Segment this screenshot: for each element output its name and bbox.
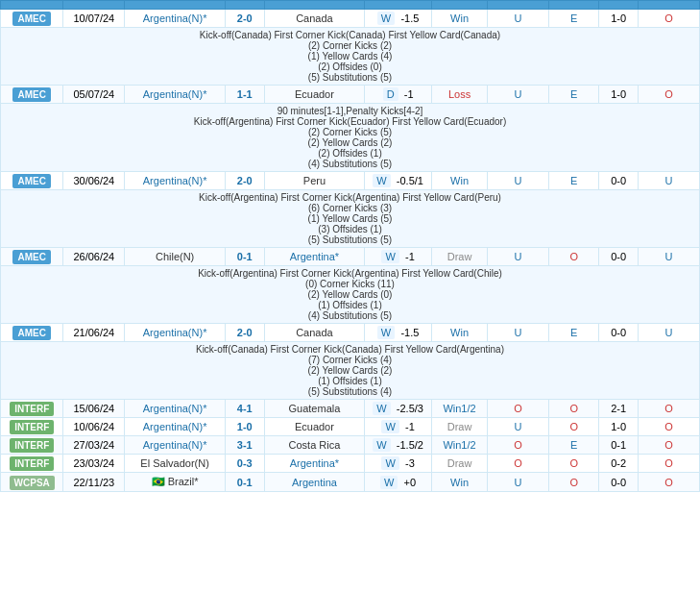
wdl-badge: W bbox=[381, 420, 398, 433]
odds-cell: Win bbox=[431, 10, 487, 28]
over-2-5-cell: U bbox=[488, 248, 549, 266]
ht-cell: 2-1 bbox=[599, 400, 639, 418]
match-badge-cell: INTERF bbox=[1, 436, 63, 455]
handicap-value: -1 bbox=[405, 251, 415, 262]
match-badge-cell: AMEC bbox=[1, 324, 63, 342]
ht-cell: 0-0 bbox=[599, 172, 639, 190]
detail-row: Kick-off(Canada) First Corner Kick(Canad… bbox=[1, 342, 700, 400]
odds-cell: Draw bbox=[431, 248, 487, 266]
result-cell: 1-0 bbox=[225, 418, 264, 436]
over-0-75-cell: O bbox=[639, 418, 700, 436]
wdl-badge: W bbox=[373, 402, 390, 415]
team2-cell: Peru bbox=[264, 172, 365, 190]
match-badge-cell: AMEC bbox=[1, 86, 63, 104]
detail-line: (0) Corner Kicks (11) bbox=[5, 279, 695, 289]
ht-cell: 0-0 bbox=[599, 324, 639, 342]
over-2-5-cell: U bbox=[488, 10, 549, 28]
detail-line: Kick-off(Argentina) First Corner Kick(Ar… bbox=[5, 268, 695, 279]
header-odds bbox=[431, 1, 487, 10]
detail-line: (4) Substitutions (5) bbox=[5, 310, 695, 321]
handicap-cell: W -2.5/3 bbox=[365, 400, 432, 418]
wdl-badge: W bbox=[380, 476, 398, 489]
detail-cell: 90 minutes[1-1],Penalty Kicks[4-2]Kick-o… bbox=[1, 104, 700, 172]
result-cell: 0-1 bbox=[225, 248, 264, 266]
odds-cell: Loss bbox=[431, 86, 487, 104]
matches-table: AMEC 10/07/24 Argentina(N)* 2-0 Canada W… bbox=[0, 0, 700, 492]
match-badge-cell: AMEC bbox=[1, 248, 63, 266]
ht-cell: 0-0 bbox=[599, 473, 639, 492]
odd-even-cell: O bbox=[549, 400, 599, 418]
handicap-cell: D -1 bbox=[365, 86, 432, 104]
table-row: INTERF 27/03/24 Argentina(N)* 3-1 Costa … bbox=[1, 436, 700, 455]
handicap-value: -3 bbox=[405, 457, 415, 469]
odd-even-cell: E bbox=[549, 86, 599, 104]
detail-line: (2) Corner Kicks (2) bbox=[5, 40, 695, 51]
handicap-cell: W -1.5/2 bbox=[365, 436, 432, 455]
over-2-5-cell: O bbox=[488, 436, 549, 455]
detail-row: Kick-off(Canada) First Corner Kick(Canad… bbox=[1, 28, 700, 86]
handicap-cell: W -1 bbox=[365, 418, 432, 436]
team1-cell: Argentina(N)* bbox=[125, 418, 226, 436]
handicap-cell: W +0 bbox=[365, 473, 432, 492]
over-2-5-cell: O bbox=[488, 400, 549, 418]
odd-even-cell: E bbox=[549, 436, 599, 455]
odd-even-cell: O bbox=[549, 248, 599, 266]
table-row: WCPSA 22/11/23 🇧🇷 Brazil* 0-1 Argentina … bbox=[1, 473, 700, 492]
detail-row: Kick-off(Argentina) First Corner Kick(Ar… bbox=[1, 190, 700, 248]
date-cell: 30/06/24 bbox=[63, 172, 125, 190]
handicap-value: +0 bbox=[404, 477, 417, 488]
over-0-75-cell: U bbox=[639, 248, 700, 266]
detail-line: Kick-off(Argentina) First Corner Kick(Ar… bbox=[5, 192, 695, 203]
result-cell: 2-0 bbox=[225, 324, 264, 342]
wdl-badge: D bbox=[383, 87, 398, 101]
odd-even-cell: O bbox=[549, 473, 599, 492]
handicap-value: -1.5 bbox=[400, 327, 419, 338]
wdl-badge: W bbox=[373, 174, 390, 187]
odd-even-cell: E bbox=[549, 324, 599, 342]
over-2-5-cell: U bbox=[488, 418, 549, 436]
ht-cell: 1-0 bbox=[599, 10, 639, 28]
team2-cell: Guatemala bbox=[264, 400, 365, 418]
team2-cell: Argentina* bbox=[264, 455, 365, 473]
handicap-value: -1.5 bbox=[400, 12, 419, 24]
header-team1 bbox=[125, 1, 226, 10]
handicap-cell: W -1 bbox=[365, 248, 432, 266]
detail-line: 90 minutes[1-1],Penalty Kicks[4-2] bbox=[5, 106, 695, 116]
date-cell: 05/07/24 bbox=[63, 86, 125, 104]
match-badge: AMEC bbox=[12, 250, 50, 264]
header-result bbox=[225, 1, 264, 10]
table-row: AMEC 26/06/24 Chile(N) 0-1 Argentina* W … bbox=[1, 248, 700, 266]
over-0-75-cell: U bbox=[639, 324, 700, 342]
table-row: INTERF 10/06/24 Argentina(N)* 1-0 Ecuado… bbox=[1, 418, 700, 436]
date-cell: 27/03/24 bbox=[63, 436, 125, 455]
detail-line: (5) Substitutions (5) bbox=[5, 234, 695, 245]
detail-cell: Kick-off(Argentina) First Corner Kick(Ar… bbox=[1, 266, 700, 324]
date-cell: 26/06/24 bbox=[63, 248, 125, 266]
handicap-value: -0.5/1 bbox=[397, 175, 423, 186]
detail-row: Kick-off(Argentina) First Corner Kick(Ar… bbox=[1, 266, 700, 324]
detail-line: (5) Substitutions (4) bbox=[5, 386, 695, 397]
match-badge-cell: AMEC bbox=[1, 10, 63, 28]
handicap-value: -1 bbox=[405, 421, 415, 432]
ht-cell: 0-1 bbox=[599, 436, 639, 455]
result-cell: 2-0 bbox=[225, 172, 264, 190]
match-badge: AMEC bbox=[12, 12, 50, 26]
match-badge: AMEC bbox=[12, 87, 50, 102]
over-2-5-cell: O bbox=[488, 455, 549, 473]
match-badge: AMEC bbox=[12, 326, 50, 340]
detail-line: Kick-off(Canada) First Corner Kick(Canad… bbox=[5, 30, 695, 40]
header-date bbox=[63, 1, 125, 10]
wdl-badge: W bbox=[377, 12, 395, 25]
match-badge: INTERF bbox=[10, 456, 54, 471]
match-badge: WCPSA bbox=[10, 476, 55, 490]
date-cell: 21/06/24 bbox=[63, 324, 125, 342]
handicap-value: -1 bbox=[404, 88, 414, 100]
detail-line: Kick-off(Argentina) First Corner Kick(Ec… bbox=[5, 116, 695, 127]
result-cell: 2-0 bbox=[225, 10, 264, 28]
detail-line: (1) Yellow Cards (5) bbox=[5, 213, 695, 224]
detail-line: (4) Substitutions (5) bbox=[5, 159, 695, 169]
odds-cell: Win bbox=[431, 473, 487, 492]
odds-cell: Draw bbox=[431, 418, 487, 436]
match-badge-cell: INTERF bbox=[1, 400, 63, 418]
team2-cell: Costa Rica bbox=[264, 436, 365, 455]
